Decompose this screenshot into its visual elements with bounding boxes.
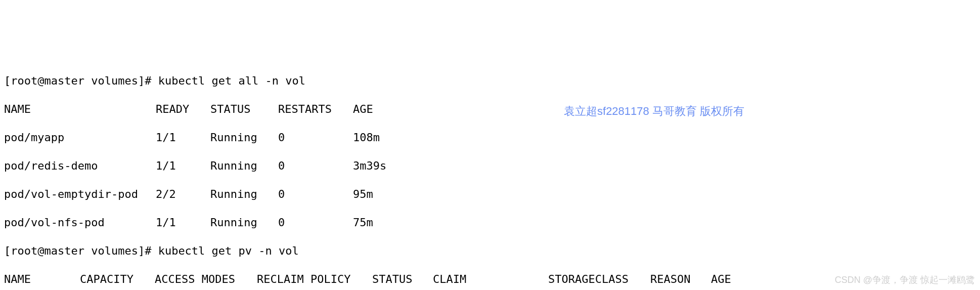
getall-row: pod/myapp1/1Running0108m [4,131,976,145]
getall-row: pod/vol-nfs-pod1/1Running075m [4,216,976,230]
getpv-header: NAMECAPACITYACCESS MODESRECLAIM POLICYST… [4,272,976,286]
shell-prompt: [root@master volumes]# [4,74,158,87]
getall-header: NAMEREADYSTATUSRESTARTSAGE [4,102,976,116]
terminal-output[interactable]: [root@master volumes]# kubectl get all -… [4,60,976,290]
watermark-author: 袁立超sf2281178 马哥教育 版权所有 [564,104,744,118]
shell-prompt: [root@master volumes]# [4,244,158,257]
getall-row: pod/redis-demo1/1Running03m39s [4,159,976,173]
shell-command: kubectl get pv -n vol [158,244,299,257]
watermark-csdn: CSDN @争渡，争渡 惊起一滩鸥鹭 [835,273,975,287]
cmd-line-1: [root@master volumes]# kubectl get all -… [4,74,976,88]
shell-command: kubectl get all -n vol [158,74,305,87]
getall-row: pod/vol-emptydir-pod2/2Running095m [4,187,976,201]
cmd-line-2: [root@master volumes]# kubectl get pv -n… [4,244,976,258]
